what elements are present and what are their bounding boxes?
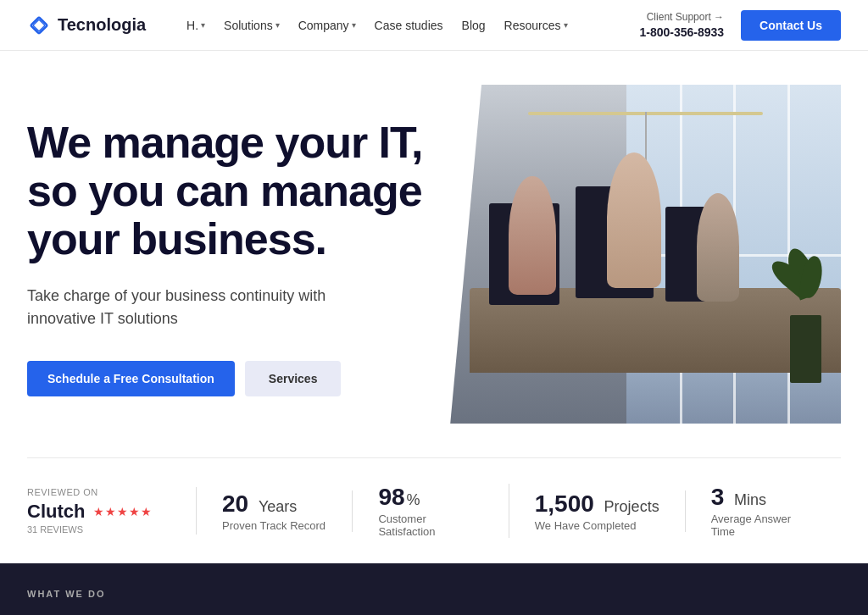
stat-years-number: 20 Years [222, 490, 326, 518]
stat-years: 20 Years Proven Track Record [197, 490, 353, 532]
stat-response-unit: Mins [734, 491, 766, 509]
nav-item-company[interactable]: Company ▾ [292, 15, 363, 36]
star-5: ★ [141, 505, 152, 518]
brand-name: Tecnologia [58, 15, 146, 35]
clutch-name: Clutch [27, 501, 85, 523]
stat-years-label: Proven Track Record [222, 519, 326, 532]
office-scene [450, 85, 841, 424]
contact-button[interactable]: Contact Us [741, 10, 841, 41]
clutch-block: REVIEWED ON Clutch ★ ★ ★ ★ ★ 31 REVIEWS [27, 487, 197, 535]
stat-satisfaction: 98% Customer Satisfaction [353, 484, 509, 538]
support-phone: 1-800-356-8933 [639, 25, 724, 39]
stats-bar: REVIEWED ON Clutch ★ ★ ★ ★ ★ 31 REVIEWS … [0, 458, 868, 563]
nav-menu: H. ▾ Solutions ▾ Company ▾ Case studies … [180, 15, 574, 36]
nav-item-solutions[interactable]: Solutions ▾ [217, 15, 287, 36]
review-count: 31 REVIEWS [27, 524, 170, 535]
hero-content: We manage your IT, so you can manage you… [27, 102, 434, 396]
stat-satisfaction-number: 98% [378, 484, 482, 511]
star-rating: ★ ★ ★ ★ ★ [93, 505, 152, 518]
office-lamp [528, 112, 762, 115]
person-1 [509, 176, 555, 295]
nav-item-resources[interactable]: Resources ▾ [498, 15, 575, 36]
star-2: ★ [105, 505, 116, 518]
clutch-reviewed-label: REVIEWED ON [27, 487, 170, 497]
nav-item-blog[interactable]: Blog [455, 15, 492, 36]
nav-item-h[interactable]: H. ▾ [180, 15, 212, 36]
logo-icon [27, 14, 51, 37]
stat-response-label: Average Answer Time [711, 512, 815, 538]
stat-satisfaction-unit: % [407, 491, 420, 509]
nav-arrow-solutions: ▾ [275, 20, 280, 30]
stat-projects-number: 1,500 Projects [535, 490, 659, 518]
stat-projects-unit: Projects [604, 498, 659, 516]
navbar-right: Client Support → 1-800-356-8933 Contact … [639, 10, 841, 41]
hero-buttons: Schedule a Free Consultation Services [27, 361, 434, 396]
nav-item-case-studies[interactable]: Case studies [368, 15, 450, 36]
stat-projects-label: We Have Completed [535, 519, 659, 532]
hero-image-box [450, 85, 841, 424]
stat-projects: 1,500 Projects We Have Completed [509, 490, 686, 532]
nav-arrow-company: ▾ [352, 20, 356, 30]
dark-section: WHAT WE DO [0, 563, 868, 615]
hero-image [450, 85, 841, 424]
hero-section: We manage your IT, so you can manage you… [0, 51, 868, 457]
navbar: Tecnologia H. ▾ Solutions ▾ Company ▾ Ca… [0, 0, 868, 51]
navbar-left: Tecnologia H. ▾ Solutions ▾ Company ▾ Ca… [27, 14, 575, 37]
stat-satisfaction-label: Customer Satisfaction [378, 512, 482, 538]
hero-heading: We manage your IT, so you can manage you… [27, 119, 434, 264]
star-3: ★ [117, 505, 128, 518]
star-4: ★ [129, 505, 140, 518]
plant-base [790, 315, 821, 383]
support-block: Client Support → 1-800-356-8933 [639, 11, 724, 40]
support-link[interactable]: Client Support → [639, 11, 724, 23]
stat-years-unit: Years [259, 498, 297, 516]
star-1: ★ [93, 505, 104, 518]
person-3 [697, 193, 740, 302]
stat-response: 3 Mins Average Answer Time [686, 484, 841, 538]
nav-arrow-resources: ▾ [564, 20, 568, 30]
hero-subheading: Take charge of your business continuity … [27, 285, 349, 330]
clutch-row: Clutch ★ ★ ★ ★ ★ [27, 501, 170, 523]
services-button[interactable]: Services [245, 361, 342, 396]
schedule-consultation-button[interactable]: Schedule a Free Consultation [27, 361, 235, 396]
stat-response-number: 3 Mins [711, 484, 815, 511]
logo[interactable]: Tecnologia [27, 14, 146, 37]
nav-arrow-h: ▾ [201, 20, 205, 30]
what-we-do-label: WHAT WE DO [27, 589, 841, 599]
person-2 [607, 152, 662, 288]
